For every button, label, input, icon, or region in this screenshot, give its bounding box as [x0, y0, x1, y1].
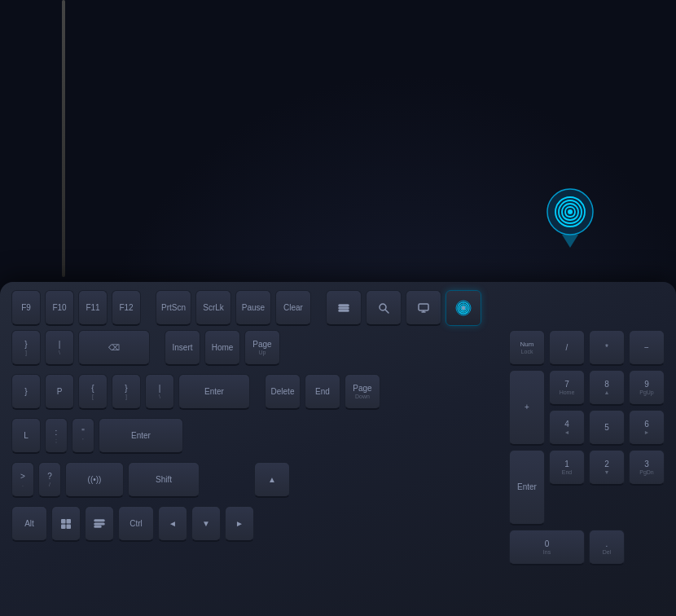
fingerprint-svg: [546, 187, 595, 236]
key-brace-o[interactable]: {[: [78, 374, 108, 410]
full-keyboard: }] |\ ⌫ Insert Home PageUp } P {[ }] |\ …: [11, 330, 665, 565]
svg-point-5: [380, 304, 386, 310]
row-bottom: Alt Ctrl ◄ ▼ ►: [11, 506, 486, 542]
key-arrow-right[interactable]: ►: [225, 506, 254, 542]
key-arrow-up[interactable]: ▲: [254, 462, 290, 498]
key-end[interactable]: End: [305, 374, 340, 410]
svg-rect-14: [61, 524, 66, 529]
main-keys: }] |\ ⌫ Insert Home PageUp } P {[ }] |\ …: [11, 330, 486, 565]
key-num-1[interactable]: 1End: [549, 450, 585, 486]
key-num-4[interactable]: 4◄: [549, 410, 585, 446]
keyboard-separator: [493, 330, 503, 565]
key-num-9[interactable]: 9PgUp: [629, 370, 665, 406]
key-num-7[interactable]: 7Home: [549, 370, 585, 406]
key-pipe[interactable]: |\: [145, 374, 174, 410]
svg-rect-7: [419, 304, 428, 310]
key-f9[interactable]: F9: [11, 290, 41, 326]
key-num-plus[interactable]: +: [509, 370, 545, 446]
key-enter[interactable]: Enter: [99, 418, 183, 454]
key-f11[interactable]: F11: [78, 290, 108, 326]
key-win[interactable]: [51, 506, 81, 542]
key-enter-top[interactable]: Enter: [178, 374, 250, 410]
keyboard: F9 F10 F11 F12 PrtScn ScrLk Pause Clear: [0, 282, 676, 616]
key-shift-right[interactable]: ((•)): [65, 462, 124, 498]
key-arrow-down[interactable]: ▼: [191, 506, 221, 542]
key-alt[interactable]: Alt: [11, 506, 47, 542]
key-search-icon[interactable]: [366, 290, 402, 326]
key-bracket-close[interactable]: }]: [11, 330, 41, 366]
svg-rect-13: [67, 519, 72, 524]
key-context[interactable]: [85, 506, 114, 542]
key-lt[interactable]: >.: [11, 462, 34, 498]
svg-point-1: [568, 209, 573, 214]
row-qwerty: } P {[ }] |\ Enter Delete End PageDown: [11, 374, 486, 410]
key-home[interactable]: Home: [204, 330, 240, 366]
key-num-3[interactable]: 3PgDn: [629, 450, 665, 486]
key-num-8[interactable]: 8▲: [589, 370, 625, 406]
key-backspace[interactable]: ⌫: [78, 330, 150, 366]
key-num-star[interactable]: *: [589, 330, 625, 366]
key-pause[interactable]: Pause: [235, 290, 271, 326]
svg-rect-4: [339, 310, 349, 311]
key-backslash[interactable]: |\: [45, 330, 74, 366]
svg-rect-18: [94, 526, 101, 527]
key-shift-r[interactable]: Shift: [128, 462, 200, 498]
key-ctrl-right[interactable]: Ctrl: [118, 506, 154, 542]
key-menu-icon[interactable]: [326, 290, 362, 326]
fn-row: F9 F10 F11 F12 PrtScn ScrLk Pause Clear: [11, 290, 665, 326]
svg-rect-12: [61, 519, 66, 524]
svg-rect-15: [67, 524, 72, 529]
key-page-up[interactable]: PageUp: [244, 330, 280, 366]
key-slash[interactable]: ?/: [38, 462, 61, 498]
key-0[interactable]: }: [11, 374, 41, 410]
key-delete[interactable]: Delete: [265, 374, 301, 410]
key-num-2[interactable]: 2▼: [589, 450, 625, 486]
key-num-minus[interactable]: −: [629, 330, 665, 366]
key-f10[interactable]: F10: [45, 290, 74, 326]
key-num-slash[interactable]: /: [549, 330, 585, 366]
row-numbers: }] |\ ⌫ Insert Home PageUp: [11, 330, 486, 366]
fingerprint-tooltip: [546, 187, 595, 248]
key-num-5[interactable]: 5: [589, 410, 625, 446]
key-numlock[interactable]: NumLock: [509, 330, 545, 366]
key-num-0[interactable]: 0Ins: [509, 530, 585, 565]
key-num-enter[interactable]: Enter: [509, 450, 545, 526]
svg-rect-3: [339, 307, 349, 309]
key-display-icon[interactable]: [406, 290, 441, 326]
svg-rect-17: [94, 523, 104, 525]
key-fingerprint[interactable]: [446, 290, 481, 326]
svg-line-6: [386, 310, 389, 313]
key-brace-c[interactable]: }]: [112, 374, 141, 410]
key-scrlk[interactable]: ScrLk: [195, 290, 231, 326]
key-clear[interactable]: Clear: [275, 290, 311, 326]
key-p[interactable]: P: [45, 374, 74, 410]
key-num-6[interactable]: 6►: [629, 410, 665, 446]
key-quote[interactable]: "': [72, 418, 94, 454]
svg-rect-16: [94, 520, 104, 521]
key-page-down[interactable]: PageDown: [345, 374, 380, 410]
key-num-dot[interactable]: .Del: [589, 530, 625, 565]
svg-rect-2: [339, 305, 349, 306]
key-semicolon[interactable]: :;: [45, 418, 68, 454]
row-shift: >. ?/ ((•)) Shift ▲: [11, 462, 486, 498]
key-l[interactable]: L: [11, 418, 41, 454]
numpad: NumLock / * − 7Home 8▲ 9PgUp + 4◄ 5 6► 1…: [509, 330, 665, 565]
key-f12[interactable]: F12: [112, 290, 141, 326]
key-prtscn[interactable]: PrtScn: [156, 290, 191, 326]
fingerprint-icon: [546, 187, 595, 236]
svg-point-11: [463, 307, 465, 310]
numpad-grid: NumLock / * − 7Home 8▲ 9PgUp + 4◄ 5 6► 1…: [509, 330, 665, 565]
key-insert[interactable]: Insert: [165, 330, 200, 366]
usb-cable: [62, 0, 65, 277]
row-asdf: L :; "' Enter: [11, 418, 486, 454]
key-arrow-left[interactable]: ◄: [158, 506, 187, 542]
